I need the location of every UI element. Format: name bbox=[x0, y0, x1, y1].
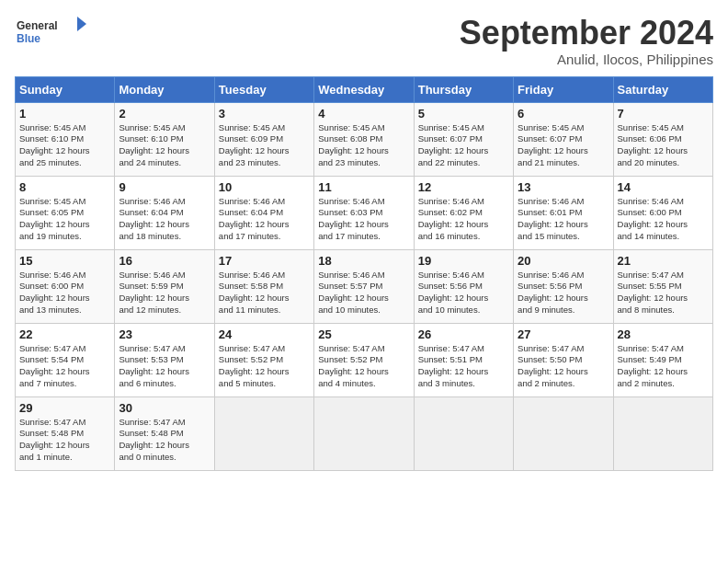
cell-details: Sunrise: 5:46 AMSunset: 5:56 PMDaylight:… bbox=[518, 270, 609, 316]
title-block: September 2024 Anulid, Ilocos, Philippin… bbox=[460, 15, 713, 67]
day-number: 28 bbox=[618, 327, 709, 341]
day-number: 12 bbox=[418, 180, 509, 194]
table-row: 8Sunrise: 5:45 AMSunset: 6:05 PMDaylight… bbox=[16, 176, 115, 249]
day-number: 17 bbox=[219, 254, 310, 268]
day-number: 24 bbox=[219, 327, 310, 341]
table-row: 22Sunrise: 5:47 AMSunset: 5:54 PMDayligh… bbox=[16, 323, 115, 396]
table-row: 3Sunrise: 5:45 AMSunset: 6:09 PMDaylight… bbox=[214, 102, 313, 176]
day-number: 9 bbox=[119, 180, 210, 194]
cell-details: Sunrise: 5:46 AMSunset: 6:04 PMDaylight:… bbox=[119, 196, 210, 243]
svg-marker-2 bbox=[77, 17, 86, 31]
cell-details: Sunrise: 5:46 AMSunset: 5:58 PMDaylight:… bbox=[219, 270, 310, 316]
col-monday: Monday bbox=[115, 76, 214, 102]
calendar-week-row: 1Sunrise: 5:45 AMSunset: 6:10 PMDaylight… bbox=[16, 102, 713, 176]
cell-details: Sunrise: 5:45 AMSunset: 6:10 PMDaylight:… bbox=[119, 122, 210, 169]
day-number: 4 bbox=[318, 107, 409, 121]
day-number: 21 bbox=[618, 254, 709, 268]
col-thursday: Thursday bbox=[414, 76, 513, 102]
day-number: 2 bbox=[119, 107, 210, 121]
day-number: 3 bbox=[219, 107, 310, 121]
table-row: 17Sunrise: 5:46 AMSunset: 5:58 PMDayligh… bbox=[214, 249, 313, 323]
table-row: 15Sunrise: 5:46 AMSunset: 6:00 PMDayligh… bbox=[16, 249, 115, 323]
table-row: 11Sunrise: 5:46 AMSunset: 6:03 PMDayligh… bbox=[314, 176, 414, 249]
day-number: 23 bbox=[119, 327, 210, 341]
table-row: 6Sunrise: 5:45 AMSunset: 6:07 PMDaylight… bbox=[514, 102, 613, 176]
table-row: 13Sunrise: 5:46 AMSunset: 6:01 PMDayligh… bbox=[514, 176, 613, 249]
day-number: 6 bbox=[518, 107, 609, 121]
page-header: General Blue General Blue September 2024… bbox=[15, 15, 713, 67]
table-row: 5Sunrise: 5:45 AMSunset: 6:07 PMDaylight… bbox=[414, 102, 513, 176]
calendar-week-row: 15Sunrise: 5:46 AMSunset: 6:00 PMDayligh… bbox=[16, 249, 713, 323]
table-row: 27Sunrise: 5:47 AMSunset: 5:50 PMDayligh… bbox=[514, 323, 613, 396]
table-row bbox=[514, 396, 613, 470]
cell-details: Sunrise: 5:47 AMSunset: 5:53 PMDaylight:… bbox=[119, 343, 210, 390]
table-row: 2Sunrise: 5:45 AMSunset: 6:10 PMDaylight… bbox=[115, 102, 214, 176]
calendar-body: 1Sunrise: 5:45 AMSunset: 6:10 PMDaylight… bbox=[16, 102, 713, 470]
day-number: 15 bbox=[19, 254, 110, 268]
day-number: 1 bbox=[19, 107, 110, 121]
col-tuesday: Tuesday bbox=[214, 76, 313, 102]
col-friday: Friday bbox=[514, 76, 613, 102]
cell-details: Sunrise: 5:45 AMSunset: 6:08 PMDaylight:… bbox=[318, 122, 409, 169]
cell-details: Sunrise: 5:47 AMSunset: 5:49 PMDaylight:… bbox=[618, 343, 709, 390]
cell-details: Sunrise: 5:47 AMSunset: 5:51 PMDaylight:… bbox=[418, 343, 509, 390]
table-row: 29Sunrise: 5:47 AMSunset: 5:48 PMDayligh… bbox=[16, 396, 115, 470]
table-row bbox=[314, 396, 414, 470]
table-row: 19Sunrise: 5:46 AMSunset: 5:56 PMDayligh… bbox=[414, 249, 513, 323]
table-row: 14Sunrise: 5:46 AMSunset: 6:00 PMDayligh… bbox=[613, 176, 712, 249]
table-row: 4Sunrise: 5:45 AMSunset: 6:08 PMDaylight… bbox=[314, 102, 414, 176]
col-sunday: Sunday bbox=[16, 76, 115, 102]
cell-details: Sunrise: 5:46 AMSunset: 5:59 PMDaylight:… bbox=[119, 270, 210, 316]
cell-details: Sunrise: 5:47 AMSunset: 5:48 PMDaylight:… bbox=[19, 417, 110, 464]
day-number: 27 bbox=[518, 327, 609, 341]
day-number: 10 bbox=[219, 180, 310, 194]
logo: General Blue General Blue bbox=[15, 15, 88, 44]
day-number: 16 bbox=[119, 254, 210, 268]
cell-details: Sunrise: 5:46 AMSunset: 6:03 PMDaylight:… bbox=[318, 196, 409, 243]
cell-details: Sunrise: 5:47 AMSunset: 5:52 PMDaylight:… bbox=[318, 343, 409, 390]
day-number: 19 bbox=[418, 254, 509, 268]
calendar-week-row: 8Sunrise: 5:45 AMSunset: 6:05 PMDaylight… bbox=[16, 176, 713, 249]
cell-details: Sunrise: 5:46 AMSunset: 6:02 PMDaylight:… bbox=[418, 196, 509, 243]
cell-details: Sunrise: 5:47 AMSunset: 5:50 PMDaylight:… bbox=[518, 343, 609, 390]
table-row: 30Sunrise: 5:47 AMSunset: 5:48 PMDayligh… bbox=[115, 396, 214, 470]
svg-text:General: General bbox=[17, 19, 58, 32]
table-row: 24Sunrise: 5:47 AMSunset: 5:52 PMDayligh… bbox=[214, 323, 313, 396]
cell-details: Sunrise: 5:45 AMSunset: 6:07 PMDaylight:… bbox=[418, 122, 509, 169]
day-number: 25 bbox=[318, 327, 409, 341]
table-row: 7Sunrise: 5:45 AMSunset: 6:06 PMDaylight… bbox=[613, 102, 712, 176]
cell-details: Sunrise: 5:45 AMSunset: 6:09 PMDaylight:… bbox=[219, 122, 310, 169]
cell-details: Sunrise: 5:46 AMSunset: 5:56 PMDaylight:… bbox=[418, 270, 509, 316]
day-number: 26 bbox=[418, 327, 509, 341]
logo-icon: General Blue bbox=[15, 15, 88, 44]
month-year: September 2024 bbox=[460, 15, 713, 52]
calendar-table: Sunday Monday Tuesday Wednesday Thursday… bbox=[15, 76, 713, 471]
cell-details: Sunrise: 5:45 AMSunset: 6:06 PMDaylight:… bbox=[618, 122, 709, 169]
day-number: 13 bbox=[518, 180, 609, 194]
day-number: 30 bbox=[119, 401, 210, 415]
day-number: 18 bbox=[318, 254, 409, 268]
day-number: 5 bbox=[418, 107, 509, 121]
cell-details: Sunrise: 5:47 AMSunset: 5:55 PMDaylight:… bbox=[618, 270, 709, 316]
table-row bbox=[414, 396, 513, 470]
cell-details: Sunrise: 5:45 AMSunset: 6:05 PMDaylight:… bbox=[19, 196, 110, 243]
cell-details: Sunrise: 5:46 AMSunset: 5:57 PMDaylight:… bbox=[318, 270, 409, 316]
day-number: 8 bbox=[19, 180, 110, 194]
table-row bbox=[613, 396, 712, 470]
table-row: 10Sunrise: 5:46 AMSunset: 6:04 PMDayligh… bbox=[214, 176, 313, 249]
calendar-header: Sunday Monday Tuesday Wednesday Thursday… bbox=[16, 76, 713, 102]
table-row: 26Sunrise: 5:47 AMSunset: 5:51 PMDayligh… bbox=[414, 323, 513, 396]
cell-details: Sunrise: 5:46 AMSunset: 6:01 PMDaylight:… bbox=[518, 196, 609, 243]
table-row: 20Sunrise: 5:46 AMSunset: 5:56 PMDayligh… bbox=[514, 249, 613, 323]
cell-details: Sunrise: 5:47 AMSunset: 5:48 PMDaylight:… bbox=[119, 417, 210, 464]
day-number: 22 bbox=[19, 327, 110, 341]
cell-details: Sunrise: 5:46 AMSunset: 6:00 PMDaylight:… bbox=[618, 196, 709, 243]
table-row: 21Sunrise: 5:47 AMSunset: 5:55 PMDayligh… bbox=[613, 249, 712, 323]
day-number: 20 bbox=[518, 254, 609, 268]
table-row: 9Sunrise: 5:46 AMSunset: 6:04 PMDaylight… bbox=[115, 176, 214, 249]
cell-details: Sunrise: 5:47 AMSunset: 5:52 PMDaylight:… bbox=[219, 343, 310, 390]
table-row: 16Sunrise: 5:46 AMSunset: 5:59 PMDayligh… bbox=[115, 249, 214, 323]
table-row: 28Sunrise: 5:47 AMSunset: 5:49 PMDayligh… bbox=[613, 323, 712, 396]
cell-details: Sunrise: 5:46 AMSunset: 6:00 PMDaylight:… bbox=[19, 270, 110, 316]
table-row: 25Sunrise: 5:47 AMSunset: 5:52 PMDayligh… bbox=[314, 323, 414, 396]
